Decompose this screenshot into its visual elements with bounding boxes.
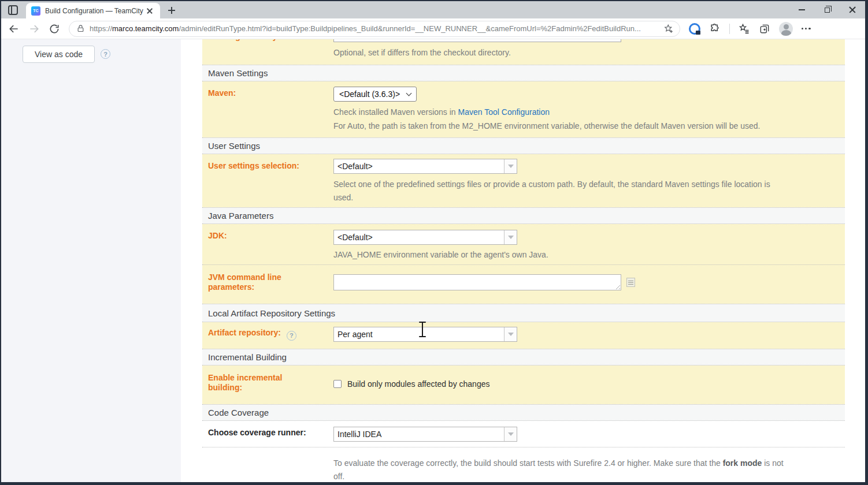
- dropdown-arrow-icon: [508, 333, 514, 339]
- working-directory-note: Optional, set if differs from the checko…: [333, 46, 511, 59]
- url-path: /admin/editRunType.html?id=buildType:Bui…: [179, 24, 641, 33]
- maven-note-2: For Auto, the path is taken from the M2_…: [333, 120, 791, 133]
- new-tab-button[interactable]: [168, 7, 175, 14]
- close-icon: [849, 6, 856, 13]
- restore-button[interactable]: [814, 1, 840, 18]
- tab-actions-icon[interactable]: [8, 5, 18, 15]
- user-settings-selection-label: User settings selection:: [202, 154, 333, 207]
- window-frame: TC Build Configuration — TeamCity https:…: [0, 0, 868, 485]
- jdk-row: JDK: <Default> JAVA_HOME environment var…: [202, 224, 845, 264]
- coverage-runner-value: IntelliJ IDEA: [334, 427, 504, 441]
- window-controls: [789, 1, 865, 18]
- url-domain: marco.teamcity.com: [112, 24, 179, 33]
- tab-strip: TC Build Configuration — TeamCity: [1, 1, 865, 18]
- section-java-parameters: Java Parameters: [202, 207, 845, 224]
- incremental-building-checkbox[interactable]: [333, 380, 342, 388]
- maven-row: Maven: <Default (3.6.3)> Check installed…: [202, 81, 845, 137]
- coverage-runner-combobox[interactable]: IntelliJ IDEA: [333, 427, 517, 442]
- dropdown-arrow-button[interactable]: [504, 159, 517, 173]
- working-directory-input[interactable]: [333, 39, 621, 42]
- jvm-parameters-textarea[interactable]: [333, 274, 621, 290]
- parameters-popup-icon[interactable]: [626, 278, 635, 287]
- view-as-code-button[interactable]: View as code: [23, 46, 95, 63]
- extensions-puzzle-icon[interactable]: [709, 23, 721, 35]
- favorites-icon[interactable]: [739, 23, 750, 35]
- runner-settings-form: Working directory: Optional, set if diff…: [202, 39, 845, 482]
- section-incremental-building: Incremental Building: [202, 349, 845, 365]
- user-settings-combobox[interactable]: <Default>: [333, 159, 517, 174]
- address-bar[interactable]: https://marco.teamcity.com/admin/editRun…: [69, 21, 680, 37]
- jvm-parameters-label: JVM command line parameters:: [202, 265, 333, 304]
- artifact-repository-help-icon[interactable]: ?: [287, 331, 296, 341]
- refresh-icon[interactable]: [49, 23, 60, 35]
- jvm-parameters-row: JVM command line parameters:: [202, 264, 845, 304]
- coverage-runner-row: Choose coverage runner: IntelliJ IDEA: [202, 421, 845, 447]
- forward-icon: [28, 23, 40, 35]
- sidebar: View as code ?: [1, 39, 181, 482]
- maven-version-select[interactable]: <Default (3.6.3)>: [333, 87, 417, 102]
- chevron-down-icon: [406, 90, 412, 96]
- artifact-repository-label: Artifact repository: ?: [202, 322, 333, 349]
- jdk-value: <Default>: [334, 230, 504, 244]
- coverage-note-row: To evaluate the coverage correctly, the …: [202, 447, 845, 482]
- maven-version-value: <Default (3.6.3)>: [339, 89, 400, 99]
- collections-icon[interactable]: [759, 23, 770, 35]
- user-settings-value: <Default>: [334, 159, 504, 173]
- add-favorite-icon[interactable]: [663, 24, 674, 34]
- jdk-label: JDK:: [202, 224, 333, 264]
- page-content: View as code ? Working directory: Option…: [1, 39, 865, 482]
- incremental-building-row: Enable incremental building: Build only …: [202, 365, 845, 404]
- dropdown-arrow-button[interactable]: [504, 327, 517, 341]
- toolbar-divider: [729, 24, 730, 34]
- dropdown-arrow-icon: [508, 432, 514, 439]
- coverage-runner-label: Choose coverage runner:: [202, 421, 333, 447]
- maven-note-1: Check installed Maven versions in Maven …: [333, 106, 791, 119]
- user-settings-note: Select one of the predefined settings fi…: [333, 178, 791, 204]
- section-user-settings: User Settings: [202, 137, 845, 154]
- section-local-artifact-repository: Local Artifact Repository Settings: [202, 304, 845, 322]
- artifact-repository-row: Artifact repository: ? Per agent: [202, 322, 845, 349]
- tab-close-icon[interactable]: [147, 8, 153, 14]
- restore-icon: [825, 8, 830, 13]
- browser-toolbar: https://marco.teamcity.com/admin/editRun…: [1, 18, 865, 39]
- teamcity-favicon: TC: [31, 6, 40, 16]
- minimize-button[interactable]: [789, 1, 814, 18]
- user-settings-row: User settings selection: <Default> Selec…: [202, 154, 845, 207]
- jdk-note: JAVA_HOME environment variable or the ag…: [333, 248, 791, 262]
- dropdown-arrow-icon: [508, 165, 514, 171]
- back-icon[interactable]: [8, 23, 20, 35]
- password-extension-icon[interactable]: [689, 23, 700, 35]
- dropdown-arrow-icon: [508, 236, 514, 242]
- text-cursor: [418, 322, 426, 337]
- working-directory-label: Working directory:: [208, 39, 280, 41]
- resize-grip-icon[interactable]: [615, 285, 620, 289]
- dropdown-arrow-button[interactable]: [504, 230, 517, 244]
- maven-label: Maven:: [202, 81, 333, 137]
- section-code-coverage: Code Coverage: [202, 404, 845, 421]
- coverage-note: To evaluate the coverage correctly, the …: [333, 457, 791, 482]
- working-directory-row: Working directory: Optional, set if diff…: [202, 39, 845, 65]
- url-text[interactable]: https://marco.teamcity.com/admin/editRun…: [90, 24, 659, 33]
- view-as-code-help-icon[interactable]: ?: [101, 49, 110, 59]
- url-scheme: https://: [90, 24, 112, 33]
- tab-title: Build Configuration — TeamCity: [45, 7, 144, 15]
- jdk-combobox[interactable]: <Default>: [333, 230, 517, 245]
- dropdown-arrow-button[interactable]: [504, 427, 517, 441]
- lock-icon[interactable]: [76, 24, 85, 33]
- enable-incremental-label: Enable incremental building:: [202, 365, 333, 404]
- section-maven-settings: Maven Settings: [202, 65, 845, 81]
- browser-tab[interactable]: TC Build Configuration — TeamCity: [26, 3, 160, 18]
- incremental-building-checkbox-label: Build only modules affected by changes: [347, 379, 489, 389]
- close-button[interactable]: [840, 1, 865, 18]
- browser-window: TC Build Configuration — TeamCity https:…: [1, 1, 865, 482]
- profile-avatar[interactable]: [779, 22, 793, 36]
- maven-tool-configuration-link[interactable]: Maven Tool Configuration: [458, 107, 550, 117]
- minimize-icon: [799, 9, 805, 10]
- settings-menu-icon[interactable]: [802, 28, 811, 29]
